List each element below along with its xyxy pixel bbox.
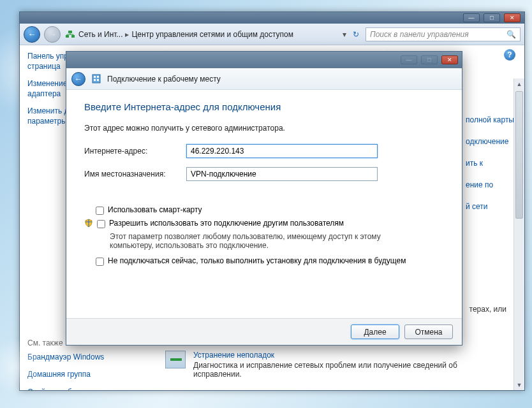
internet-address-input[interactable] — [186, 144, 378, 158]
breadcrumb-item[interactable]: Центр управления сетями и общим доступом — [131, 30, 293, 39]
dialog-title: Подключение к рабочему месту — [107, 75, 221, 84]
search-input[interactable]: Поиск в панели управления 🔍 — [366, 27, 521, 41]
dont-connect-now-checkbox[interactable] — [96, 258, 104, 266]
nav-toolbar: ← → Сеть и Инт... ▸ Центр управления сет… — [20, 24, 524, 45]
scroll-thumb[interactable] — [515, 91, 523, 219]
dialog-header: ← Подключение к рабочему месту — [66, 68, 462, 90]
troubleshoot-block: Устранение неполадок Диагностика и испра… — [165, 351, 513, 379]
nav-back-button[interactable]: ← — [24, 26, 40, 43]
chevron-right-icon: ▸ — [125, 30, 129, 39]
dialog-maximize-button[interactable]: □ — [421, 55, 438, 64]
maximize-button[interactable]: □ — [484, 13, 500, 22]
search-icon: 🔍 — [506, 30, 516, 39]
control-panel-titlebar: — □ ✕ — [20, 12, 524, 24]
cancel-button[interactable]: Отмена — [404, 324, 453, 339]
refresh-icon[interactable]: ↻ — [350, 29, 362, 40]
destination-name-label: Имя местоназначения: — [84, 170, 186, 178]
svg-rect-7 — [97, 79, 99, 81]
svg-rect-0 — [66, 35, 69, 38]
troubleshoot-link[interactable]: Устранение неполадок — [193, 351, 274, 360]
sidebar-link-firewall[interactable]: Брандмауэр Windows — [27, 353, 145, 363]
dialog-minimize-button[interactable]: — — [401, 55, 417, 64]
svg-rect-1 — [71, 35, 75, 38]
link-network[interactable]: й сети — [466, 202, 514, 211]
shield-icon — [84, 219, 93, 228]
link-by[interactable]: ение по — [466, 180, 514, 189]
network-icon — [64, 29, 76, 40]
troubleshoot-icon — [165, 351, 186, 368]
link-connect-to[interactable]: ить к — [466, 159, 514, 168]
dont-connect-now-label: Не подключаться сейчас, только выполнить… — [108, 256, 406, 265]
dialog-heading: Введите Интернета-адрес для подключения — [84, 101, 444, 112]
svg-rect-6 — [94, 79, 96, 81]
link-full-map[interactable]: полной карты — [466, 115, 514, 124]
dialog-back-button[interactable]: ← — [71, 72, 85, 86]
connect-workplace-dialog: — □ ✕ ← Подключение к рабочему месту Вве… — [66, 51, 462, 346]
vertical-scrollbar[interactable]: ▲ ▼ — [514, 78, 524, 390]
minimize-button[interactable]: — — [463, 13, 480, 22]
svg-rect-2 — [68, 31, 72, 33]
dialog-close-button[interactable]: ✕ — [441, 55, 458, 64]
destination-name-input[interactable] — [186, 167, 378, 181]
svg-rect-5 — [97, 76, 99, 78]
search-placeholder: Поиск в панели управления — [370, 30, 469, 39]
workplace-icon — [91, 73, 102, 85]
dialog-subtext: Этот адрес можно получить у сетевого адм… — [84, 124, 444, 133]
right-link-column: полной карты одключение ить к ение по й … — [466, 115, 514, 224]
allow-others-desc: Этот параметр позволяет любому пользоват… — [110, 232, 403, 250]
allow-others-checkbox[interactable] — [97, 220, 105, 228]
footer-hint: терах, или — [469, 305, 506, 314]
sidebar-link-internet-options[interactable]: Свойства обозревателя — [27, 388, 145, 390]
svg-rect-3 — [92, 75, 100, 83]
internet-address-label: Интернете-адрес: — [84, 147, 186, 156]
breadcrumb[interactable]: Сеть и Инт... ▸ Центр управления сетями … — [64, 29, 339, 40]
allow-others-label: Разрешить использовать это подключение д… — [109, 219, 344, 228]
dialog-titlebar: — □ ✕ — [66, 52, 462, 68]
nav-forward-button[interactable]: → — [44, 26, 61, 43]
svg-rect-4 — [94, 76, 96, 78]
dialog-footer: Далее Отмена — [66, 318, 462, 345]
link-connection[interactable]: одключение — [466, 137, 514, 146]
scroll-up-icon[interactable]: ▲ — [514, 78, 524, 89]
breadcrumb-item[interactable]: Сеть и Инт... — [78, 30, 122, 39]
smartcard-label: Использовать смарт-карту — [108, 205, 202, 214]
troubleshoot-desc: Диагностика и исправление сетевых пробле… — [193, 361, 493, 379]
scroll-down-icon[interactable]: ▼ — [514, 379, 524, 390]
smartcard-checkbox[interactable] — [96, 207, 104, 215]
sidebar-link-homegroup[interactable]: Домашняя группа — [27, 370, 145, 380]
next-button[interactable]: Далее — [351, 324, 399, 339]
close-button[interactable]: ✕ — [504, 13, 521, 22]
dialog-body: Введите Интернета-адрес для подключения … — [66, 90, 462, 318]
chevron-down-icon[interactable]: ▾ — [343, 30, 346, 39]
